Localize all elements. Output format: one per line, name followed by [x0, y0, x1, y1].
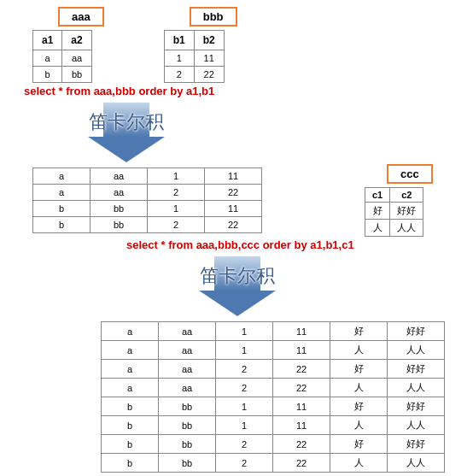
- cell: a: [33, 168, 91, 185]
- cell: bb: [159, 416, 216, 435]
- cell: 人人: [388, 454, 445, 473]
- cell: 好: [330, 435, 388, 454]
- cell: 人: [365, 220, 390, 237]
- cell: 22: [273, 454, 330, 473]
- cell: bb: [159, 397, 216, 416]
- cell: 好好: [388, 322, 445, 341]
- label-ccc: ccc: [387, 164, 433, 184]
- col-c1: c1: [365, 188, 390, 203]
- arrow-cartesian-1: 笛卡尔积: [88, 103, 165, 162]
- cell: 11: [273, 341, 330, 360]
- cell: a: [33, 50, 62, 67]
- cell: 人人: [388, 416, 445, 435]
- cell: 22: [205, 217, 262, 233]
- cell: aa: [159, 341, 216, 360]
- cell: 22: [273, 360, 330, 379]
- cell: 好好: [388, 435, 445, 454]
- col-a2: a2: [62, 31, 91, 50]
- sql-2: select * from aaa,bbb,ccc order by a1,b1…: [126, 238, 466, 251]
- arrow-cartesian-2: 笛卡尔积: [199, 256, 276, 316]
- cell: b: [33, 67, 62, 83]
- cell: 2: [216, 379, 273, 397]
- cell: aa: [159, 322, 216, 341]
- table-bbb: bbb b1 b2 1 11 2 22: [164, 7, 237, 83]
- cell: aa: [62, 50, 91, 67]
- cell: b: [102, 397, 159, 416]
- cell: a: [102, 379, 159, 397]
- cell: 11: [194, 50, 224, 67]
- cell: 人: [330, 416, 388, 435]
- cell: 1: [216, 322, 273, 341]
- cell: 1: [216, 397, 273, 416]
- cell: 人: [330, 341, 388, 360]
- cell: 好好: [388, 360, 445, 379]
- arrow-label-2: 笛卡尔积: [200, 263, 275, 289]
- cell: bb: [62, 67, 91, 83]
- cell: b: [102, 435, 159, 454]
- cell: 人人: [388, 341, 445, 360]
- cell: 22: [273, 435, 330, 454]
- cell: 2: [164, 67, 194, 83]
- cell: 2: [216, 360, 273, 379]
- table-ccc: ccc c1 c2 好 好好 人 人人: [365, 164, 433, 237]
- cell: 11: [273, 397, 330, 416]
- col-b1: b1: [164, 31, 194, 50]
- cell: 11: [205, 201, 262, 217]
- cell: b: [102, 454, 159, 473]
- cell: aa: [91, 185, 148, 201]
- cell: bb: [91, 201, 148, 217]
- cell: 11: [205, 168, 262, 185]
- cell: 1: [148, 201, 205, 217]
- cell: b: [33, 217, 91, 233]
- cell: 好好: [390, 203, 423, 220]
- cell: 2: [148, 217, 205, 233]
- cell: 1: [164, 50, 194, 67]
- cell: 2: [216, 435, 273, 454]
- cell: a: [102, 322, 159, 341]
- table-result2: aaa111好好好aaa111人人人aaa222好好好aaa222人人人bbb1…: [101, 321, 445, 473]
- cell: 好好: [388, 397, 445, 416]
- cell: a: [102, 341, 159, 360]
- col-a1: a1: [33, 31, 62, 50]
- cell: 人人: [390, 220, 423, 237]
- cell: bb: [91, 217, 148, 233]
- cell: a: [102, 360, 159, 379]
- table-result1: a aa 1 11 a aa 2 22 b bb 1 11 b bb 2 22: [32, 167, 262, 233]
- cell: 22: [205, 185, 262, 201]
- cell: 22: [273, 379, 330, 397]
- label-aaa: aaa: [58, 7, 104, 26]
- cell: 2: [216, 454, 273, 473]
- cell: 22: [194, 67, 224, 83]
- cell: bb: [159, 435, 216, 454]
- cell: 人人: [388, 379, 445, 397]
- cell: 1: [216, 416, 273, 435]
- cell: 好: [330, 397, 388, 416]
- cell: 人: [330, 454, 388, 473]
- sql-1: select * from aaa,bbb order by a1,b1: [24, 85, 466, 97]
- col-b2: b2: [194, 31, 224, 50]
- label-bbb: bbb: [190, 7, 237, 26]
- cell: 好: [365, 203, 390, 220]
- arrow-label-1: 笛卡尔积: [89, 109, 164, 135]
- cell: 好: [330, 322, 388, 341]
- cell: 人: [330, 379, 388, 397]
- table-aaa: aaa a1 a2 a aa b bb: [32, 7, 104, 83]
- cell: 11: [273, 322, 330, 341]
- cell: aa: [159, 360, 216, 379]
- cell: b: [33, 201, 91, 217]
- cell: aa: [159, 379, 216, 397]
- cell: aa: [91, 168, 148, 185]
- cell: b: [102, 416, 159, 435]
- cell: bb: [159, 454, 216, 473]
- cell: 2: [148, 185, 205, 201]
- cell: a: [33, 185, 91, 201]
- cell: 好: [330, 360, 388, 379]
- cell: 1: [148, 168, 205, 185]
- cell: 1: [216, 341, 273, 360]
- col-c2: c2: [390, 188, 423, 203]
- cell: 11: [273, 416, 330, 435]
